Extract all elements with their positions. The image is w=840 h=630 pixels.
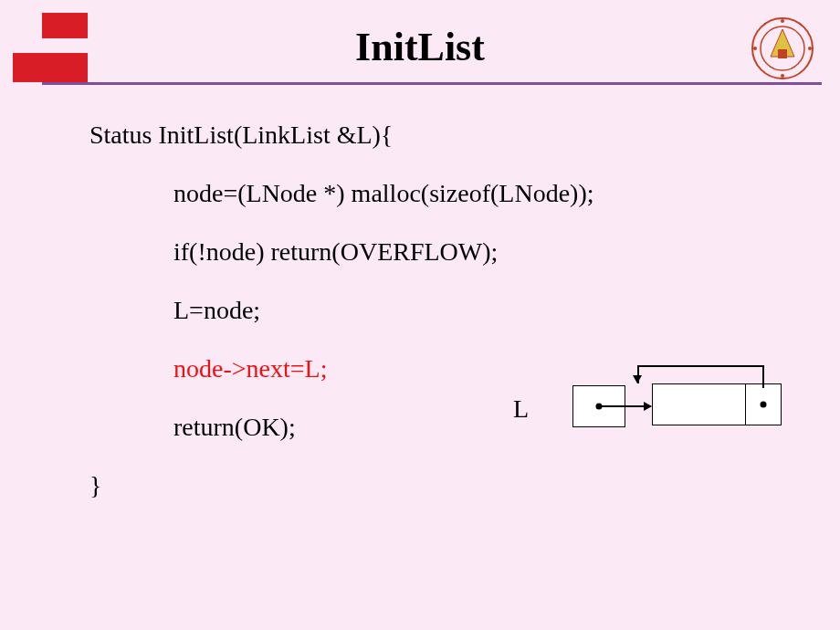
svg-rect-2 [778,49,787,58]
university-logo-icon [751,16,814,80]
svg-point-4 [781,74,784,78]
svg-point-6 [808,47,812,50]
diagram-loop-line [637,365,763,367]
svg-point-3 [781,19,784,23]
diagram-box-node-next [745,383,782,425]
title-underline [42,82,822,85]
linked-list-diagram: L [513,363,796,436]
diagram-label-L: L [513,394,529,424]
code-block: Status InitList(LinkList &L){ node=(LNod… [89,106,594,515]
code-line-1: Status InitList(LinkList &L){ [89,106,594,164]
slide-title: InitList [0,24,840,70]
diagram-loop-arrowhead-icon [633,375,642,383]
code-line-4: L=node; [89,281,594,340]
diagram-loop-line [762,365,764,388]
code-line-2: node=(LNode *) malloc(sizeof(LNode)); [89,164,594,223]
diagram-dot-icon [761,402,767,408]
diagram-arrow-right-icon [601,405,651,407]
code-line-3: if(!node) return(OVERFLOW); [89,223,594,281]
svg-point-5 [753,47,757,50]
code-line-7: } [89,457,594,515]
